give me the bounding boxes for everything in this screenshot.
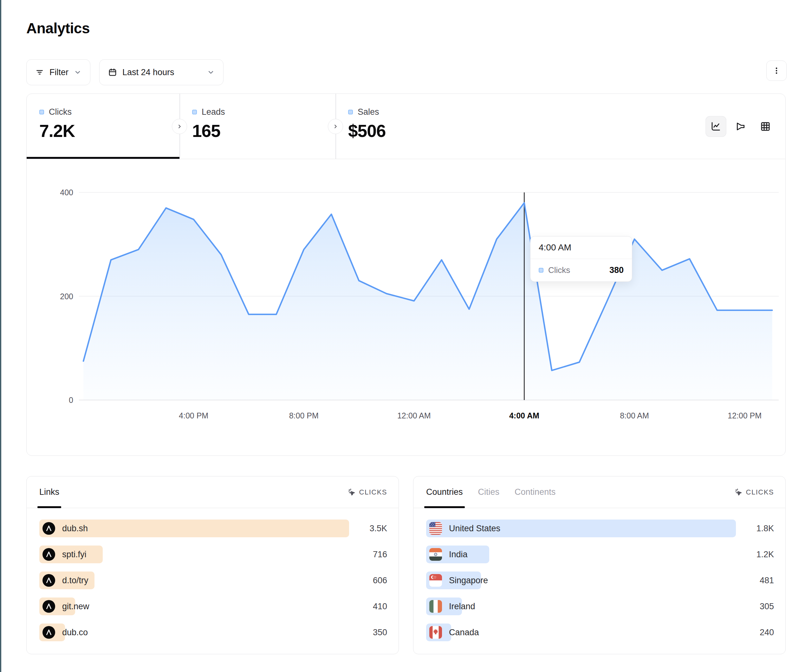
row-name: spti.fyi bbox=[62, 550, 87, 559]
expand-clicks-button[interactable] bbox=[172, 119, 187, 134]
sales-stat-value: $506 bbox=[348, 121, 494, 141]
active-tab-underline bbox=[27, 157, 179, 159]
list-item[interactable]: Canada 240 bbox=[426, 624, 774, 641]
chevron-right-icon bbox=[176, 123, 183, 130]
tab-cities[interactable]: Cities bbox=[478, 476, 500, 508]
chevron-down-icon bbox=[73, 68, 82, 77]
row-name: United States bbox=[449, 524, 500, 534]
tab-clicks[interactable]: Clicks 7.2K bbox=[27, 94, 179, 159]
flag-in-icon bbox=[429, 548, 442, 561]
tab-countries[interactable]: Countries bbox=[426, 476, 463, 508]
cursor-click-icon bbox=[734, 488, 743, 496]
row-value: 1.2K bbox=[756, 546, 774, 563]
leads-stat-label: Leads bbox=[202, 107, 225, 117]
row-value: 240 bbox=[760, 624, 774, 641]
list-item[interactable]: git.new 410 bbox=[39, 597, 387, 615]
row-name: Canada bbox=[449, 628, 479, 638]
list-item[interactable]: d.to/try 606 bbox=[39, 571, 387, 589]
dub-logo-icon bbox=[43, 522, 55, 535]
svg-text:4:00 PM: 4:00 PM bbox=[179, 411, 208, 420]
links-list: dub.sh 3.5K spti.fyi 716 d.to/try 606 gi… bbox=[27, 508, 399, 641]
row-name: Singapore bbox=[449, 576, 488, 585]
flag-ca-icon bbox=[429, 626, 442, 639]
list-item[interactable]: Singapore 481 bbox=[426, 571, 774, 589]
analytics-card: Clicks 7.2K Leads 165 Sales $506 bbox=[26, 94, 786, 456]
toolbar: Filter Last 24 hours bbox=[26, 59, 786, 85]
more-options-button[interactable] bbox=[766, 61, 786, 81]
links-metric-label: CLICKS bbox=[359, 488, 387, 496]
funnel-chart-icon bbox=[735, 121, 746, 132]
line-chart-view-button[interactable] bbox=[705, 116, 727, 137]
row-name: India bbox=[449, 550, 467, 559]
filter-button-label: Filter bbox=[49, 68, 68, 77]
links-panel: Links CLICKS dub.sh 3.5K spti.fyi 716 d bbox=[26, 476, 399, 654]
leads-legend-square bbox=[192, 110, 197, 114]
geo-metric-selector[interactable]: CLICKS bbox=[734, 488, 774, 496]
svg-text:0: 0 bbox=[69, 396, 73, 404]
tab-leads[interactable]: Leads 165 bbox=[179, 94, 336, 159]
list-item[interactable]: India 1.2K bbox=[426, 546, 774, 563]
row-name: dub.co bbox=[62, 628, 88, 638]
row-value: 3.5K bbox=[369, 520, 387, 537]
flag-sg-icon bbox=[429, 574, 442, 587]
clicks-stat-value: 7.2K bbox=[39, 121, 179, 141]
tab-continents[interactable]: Continents bbox=[515, 476, 556, 508]
row-value: 481 bbox=[760, 571, 774, 589]
stats-row: Clicks 7.2K Leads 165 Sales $506 bbox=[27, 94, 785, 159]
svg-text:4:00 AM: 4:00 AM bbox=[509, 411, 539, 420]
filter-button[interactable]: Filter bbox=[26, 59, 90, 85]
chevron-right-icon bbox=[332, 123, 339, 130]
chart-tooltip: 4:00 AM Clicks 380 bbox=[530, 236, 632, 282]
tab-sales[interactable]: Sales $506 bbox=[336, 94, 494, 159]
svg-text:200: 200 bbox=[60, 292, 73, 301]
svg-text:12:00 AM: 12:00 AM bbox=[397, 411, 431, 420]
tooltip-legend-square bbox=[539, 268, 543, 273]
row-value: 716 bbox=[373, 546, 387, 563]
countries-list: United States 1.8K India 1.2K Singapore … bbox=[413, 508, 785, 641]
sales-stat-label: Sales bbox=[358, 107, 379, 117]
row-name: Ireland bbox=[449, 602, 475, 611]
funnel-view-button[interactable] bbox=[730, 116, 751, 137]
row-value: 410 bbox=[373, 597, 387, 615]
geo-panel: Countries Cities Continents CLICKS Unite… bbox=[413, 476, 786, 654]
filter-icon bbox=[35, 68, 44, 77]
chevron-down-icon bbox=[207, 68, 215, 77]
list-item[interactable]: Ireland 305 bbox=[426, 597, 774, 615]
date-range-button[interactable]: Last 24 hours bbox=[99, 59, 223, 85]
date-range-label: Last 24 hours bbox=[123, 68, 202, 77]
links-panel-header: Links CLICKS bbox=[27, 476, 399, 508]
svg-text:400: 400 bbox=[60, 188, 73, 197]
row-name: dub.sh bbox=[62, 524, 88, 534]
area-chart-canvas[interactable]: 02004004:00 PM8:00 PM12:00 AM4:00 AM8:00… bbox=[27, 159, 786, 456]
flag-us-icon bbox=[429, 522, 442, 535]
page-title: Analytics bbox=[26, 20, 90, 37]
left-edge-accent bbox=[0, 0, 1, 672]
list-item[interactable]: United States 1.8K bbox=[426, 520, 774, 537]
svg-text:8:00 AM: 8:00 AM bbox=[620, 411, 649, 420]
clicks-legend-square bbox=[39, 110, 44, 114]
kebab-menu-icon bbox=[772, 66, 781, 75]
list-item[interactable]: dub.sh 3.5K bbox=[39, 520, 387, 537]
row-value: 350 bbox=[373, 624, 387, 641]
chart-view-switcher bbox=[705, 116, 776, 137]
table-view-button[interactable] bbox=[755, 116, 776, 137]
dub-logo-icon bbox=[43, 626, 55, 639]
tooltip-value: 380 bbox=[609, 265, 624, 275]
dub-logo-icon bbox=[43, 574, 55, 587]
list-item[interactable]: spti.fyi 716 bbox=[39, 546, 387, 563]
leads-stat-value: 165 bbox=[192, 121, 336, 141]
list-item[interactable]: dub.co 350 bbox=[39, 624, 387, 641]
row-value: 606 bbox=[373, 571, 387, 589]
svg-text:8:00 PM: 8:00 PM bbox=[289, 411, 319, 420]
clicks-stat-label: Clicks bbox=[49, 107, 72, 117]
clicks-chart[interactable]: 02004004:00 PM8:00 PM12:00 AM4:00 AM8:00… bbox=[27, 159, 786, 456]
line-chart-icon bbox=[711, 121, 721, 132]
links-metric-selector[interactable]: CLICKS bbox=[348, 488, 387, 496]
dub-logo-icon bbox=[43, 548, 55, 561]
calendar-icon bbox=[108, 68, 117, 77]
expand-leads-button[interactable] bbox=[328, 119, 343, 134]
geo-panel-header: Countries Cities Continents CLICKS bbox=[413, 476, 785, 508]
row-value: 305 bbox=[760, 597, 774, 615]
geo-metric-label: CLICKS bbox=[746, 488, 774, 496]
tab-links[interactable]: Links bbox=[39, 476, 59, 508]
